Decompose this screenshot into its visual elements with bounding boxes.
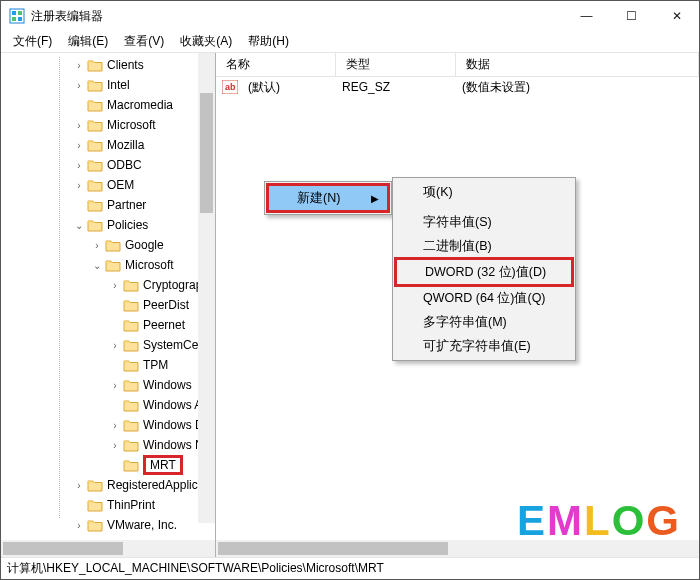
chevron-right-icon[interactable]: › [73,480,85,491]
chevron-right-icon[interactable]: › [109,440,121,451]
chevron-right-icon[interactable]: › [73,520,85,531]
menu-file[interactable]: 文件(F) [5,31,60,52]
submenu-label: QWORD (64 位)值(Q) [423,290,546,307]
chevron-right-icon[interactable]: › [109,380,121,391]
scrollbar-thumb[interactable] [200,93,213,213]
tree-node[interactable]: ›ODBC [1,155,215,175]
tree-node-label: Windows N [143,438,204,452]
menu-help[interactable]: 帮助(H) [240,31,297,52]
folder-icon [123,278,139,292]
tree-node[interactable]: Peernet [1,315,215,335]
tree-node[interactable]: Windows A [1,395,215,415]
tree-node[interactable]: ›Intel [1,75,215,95]
tree-node-label: SystemCert [143,338,206,352]
tree-node-label: Google [125,238,164,252]
menu-edit[interactable]: 编辑(E) [60,31,116,52]
tree-node[interactable]: ›Google [1,235,215,255]
list-header: 名称 类型 数据 [216,53,699,77]
tree-node[interactable]: ›VMware, Inc. [1,515,215,535]
tree-node[interactable]: MRT [1,455,215,475]
tree-node[interactable]: Partner [1,195,215,215]
submenu-item-multistring[interactable]: 多字符串值(M) [395,310,573,334]
window-title: 注册表编辑器 [31,8,564,25]
chevron-down-icon[interactable]: ⌄ [91,260,103,271]
submenu-item-key[interactable]: 项(K) [395,180,573,204]
tree-node-label: Policies [107,218,148,232]
chevron-right-icon[interactable]: › [109,340,121,351]
tree-node[interactable]: ›Mozilla [1,135,215,155]
context-submenu: 项(K) 字符串值(S) 二进制值(B) DWORD (32 位)值(D) QW… [392,177,576,361]
tree-node-label: ThinPrint [107,498,155,512]
col-name[interactable]: 名称 [216,52,336,77]
folder-icon [105,258,121,272]
col-data[interactable]: 数据 [456,52,699,77]
tree-node[interactable]: ›Cryptograp [1,275,215,295]
scrollbar-thumb[interactable] [218,542,448,555]
folder-icon [123,378,139,392]
col-type[interactable]: 类型 [336,52,456,77]
regedit-window: 注册表编辑器 — ☐ ✕ 文件(F) 编辑(E) 查看(V) 收藏夹(A) 帮助… [0,0,700,580]
submenu-label: 多字符串值(M) [423,314,507,331]
maximize-button[interactable]: ☐ [609,1,654,31]
tree-node[interactable]: ›Clients [1,55,215,75]
folder-icon [123,418,139,432]
context-item-new[interactable]: 新建(N) ▶ [269,186,387,210]
watermark: EMLOG [517,497,681,545]
tree-scrollbar-horizontal[interactable] [1,540,215,557]
submenu-arrow-icon: ▶ [371,193,379,204]
submenu-item-binary[interactable]: 二进制值(B) [395,234,573,258]
folder-icon [123,458,139,472]
tree-scrollbar-vertical[interactable] [198,53,215,523]
chevron-right-icon[interactable]: › [73,80,85,91]
chevron-right-icon[interactable]: › [109,420,121,431]
tree-node[interactable]: ›Windows N [1,435,215,455]
tree-node-label: Peernet [143,318,185,332]
cell-name: (默认) [238,79,332,96]
folder-icon [87,118,103,132]
chevron-right-icon[interactable]: › [73,160,85,171]
chevron-right-icon[interactable]: › [73,180,85,191]
tree-node[interactable]: ›RegisteredApplica [1,475,215,495]
folder-icon [123,298,139,312]
tree-node[interactable]: TPM [1,355,215,375]
list-body[interactable]: ab (默认) REG_SZ (数值未设置) 新建(N) ▶ [216,77,699,540]
submenu-item-string[interactable]: 字符串值(S) [395,210,573,234]
menu-favorites[interactable]: 收藏夹(A) [172,31,240,52]
chevron-down-icon[interactable]: ⌄ [73,220,85,231]
submenu-item-expandstring[interactable]: 可扩充字符串值(E) [395,334,573,358]
tree-node[interactable]: Macromedia [1,95,215,115]
tree-node[interactable]: ›Windows D [1,415,215,435]
folder-icon [87,158,103,172]
submenu-label: DWORD (32 位)值(D) [425,264,546,281]
tree-node[interactable]: ›Windows [1,375,215,395]
tree-node[interactable]: ⌄Microsoft [1,255,215,275]
chevron-right-icon[interactable]: › [73,120,85,131]
tree-node[interactable]: ⌄Policies [1,215,215,235]
titlebar[interactable]: 注册表编辑器 — ☐ ✕ [1,1,699,31]
chevron-right-icon[interactable]: › [73,60,85,71]
statusbar: 计算机\HKEY_LOCAL_MACHINE\SOFTWARE\Policies… [1,557,699,579]
body: ›Clients›IntelMacromedia›Microsoft›Mozil… [1,53,699,557]
tree-node-label: Microsoft [107,118,156,132]
chevron-right-icon[interactable]: › [109,280,121,291]
list-row-default[interactable]: ab (默认) REG_SZ (数值未设置) [216,77,699,97]
chevron-right-icon[interactable]: › [91,240,103,251]
tree-node-label: TPM [143,358,168,372]
tree-node-label: Mozilla [107,138,144,152]
tree-node-label: Microsoft [125,258,174,272]
submenu-item-qword[interactable]: QWORD (64 位)值(Q) [395,286,573,310]
scrollbar-thumb[interactable] [3,542,123,555]
chevron-right-icon[interactable]: › [73,140,85,151]
tree-node[interactable]: ›OEM [1,175,215,195]
close-button[interactable]: ✕ [654,1,699,31]
folder-icon [87,218,103,232]
string-value-icon: ab [222,80,238,94]
tree-node[interactable]: ThinPrint [1,495,215,515]
tree-node[interactable]: ›Microsoft [1,115,215,135]
minimize-button[interactable]: — [564,1,609,31]
tree-node[interactable]: PeerDist [1,295,215,315]
tree[interactable]: ›Clients›IntelMacromedia›Microsoft›Mozil… [1,53,215,540]
submenu-item-dword[interactable]: DWORD (32 位)值(D) [397,260,571,284]
menu-view[interactable]: 查看(V) [116,31,172,52]
tree-node[interactable]: ›SystemCert [1,335,215,355]
